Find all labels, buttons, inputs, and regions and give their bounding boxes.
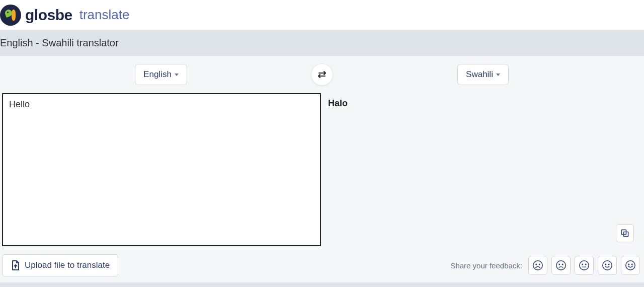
svg-point-7 xyxy=(562,264,562,264)
svg-point-14 xyxy=(626,261,635,270)
footer-row: Upload file to translate Share your feed… xyxy=(0,248,644,282)
page-title-bar: English - Swahili translator xyxy=(0,30,644,56)
source-language-label: English xyxy=(143,69,172,80)
svg-point-5 xyxy=(556,261,566,270)
feedback-sad-button[interactable] xyxy=(551,256,571,275)
feedback-neutral-button[interactable] xyxy=(575,256,594,275)
svg-point-13 xyxy=(608,264,609,264)
svg-point-10 xyxy=(585,264,586,264)
svg-point-12 xyxy=(605,264,606,264)
brand-logo-wrap[interactable]: glosbe translate xyxy=(0,5,129,26)
svg-point-3 xyxy=(536,264,536,264)
app-header: glosbe translate xyxy=(0,0,644,30)
upload-file-icon xyxy=(11,260,21,271)
target-pane: Halo xyxy=(322,93,644,248)
svg-point-6 xyxy=(559,264,559,264)
copy-translation-button[interactable] xyxy=(616,224,634,242)
very-sad-face-icon xyxy=(532,260,543,271)
chevron-down-icon xyxy=(496,74,500,76)
source-text-input[interactable] xyxy=(2,93,321,246)
target-language-button[interactable]: Swahili xyxy=(457,64,509,85)
copy-icon xyxy=(620,228,630,238)
feedback-label: Share your feedback: xyxy=(450,261,522,270)
svg-point-11 xyxy=(603,261,612,270)
brand-logo-icon xyxy=(0,5,21,26)
feedback-wrap: Share your feedback: xyxy=(450,256,640,275)
source-pane xyxy=(0,93,322,248)
upload-file-button[interactable]: Upload file to translate xyxy=(2,254,118,276)
page-title: English - Swahili translator xyxy=(0,37,119,48)
svg-point-15 xyxy=(628,264,629,264)
swap-arrows-icon xyxy=(316,70,328,79)
upload-file-label: Upload file to translate xyxy=(25,260,110,270)
bottom-band xyxy=(0,282,644,287)
brand-subname: translate xyxy=(79,7,130,23)
swap-languages-button[interactable] xyxy=(311,63,333,86)
source-language-button[interactable]: English xyxy=(135,64,187,85)
chevron-down-icon xyxy=(175,74,179,76)
translation-output: Halo xyxy=(322,93,644,246)
target-language-label: Swahili xyxy=(466,69,493,80)
neutral-face-icon xyxy=(579,260,590,271)
svg-point-16 xyxy=(631,264,632,264)
svg-point-2 xyxy=(533,261,542,270)
svg-point-8 xyxy=(580,261,589,270)
svg-point-9 xyxy=(582,264,583,264)
translation-panes: Halo xyxy=(0,93,644,248)
feedback-happy-button[interactable] xyxy=(598,256,617,275)
feedback-very-happy-button[interactable] xyxy=(621,256,640,275)
happy-face-icon xyxy=(602,260,613,271)
svg-point-4 xyxy=(539,264,539,264)
very-happy-face-icon xyxy=(625,260,636,271)
sad-face-icon xyxy=(555,260,567,271)
brand-name: glosbe xyxy=(25,7,72,24)
feedback-very-sad-button[interactable] xyxy=(528,256,547,275)
language-controls-row: English Swahili xyxy=(0,56,644,93)
